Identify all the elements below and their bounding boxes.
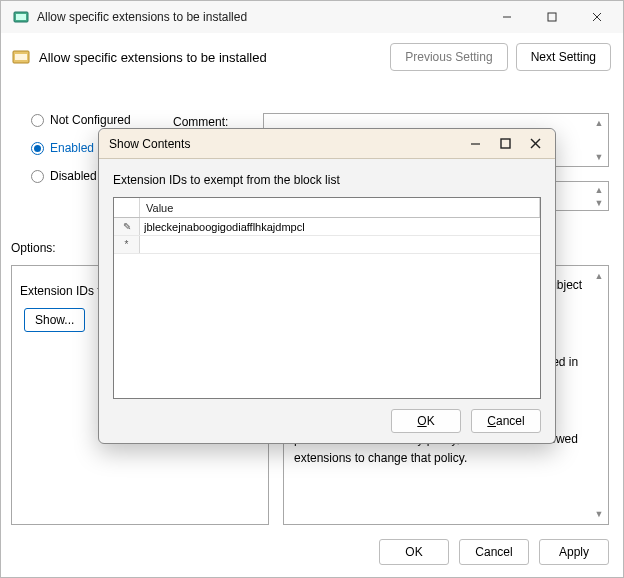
- radio-label: Disabled: [50, 169, 97, 183]
- table-row[interactable]: *: [114, 236, 540, 254]
- dialog-close-button[interactable]: [527, 136, 543, 152]
- dialog-cancel-button[interactable]: Cancel: [471, 409, 541, 433]
- dialog-titlebar: Show Contents: [99, 129, 555, 159]
- window-titlebar: Allow specific extensions to be installe…: [1, 1, 623, 33]
- svg-rect-3: [548, 13, 556, 21]
- cancel-button[interactable]: Cancel: [459, 539, 529, 565]
- close-button[interactable]: [574, 2, 619, 32]
- scroll-up-icon[interactable]: ▲: [591, 115, 607, 131]
- dialog-minimize-button[interactable]: [467, 136, 483, 152]
- dialog-body: Extension IDs to exempt from the block l…: [99, 159, 555, 443]
- grid-header: Value: [114, 198, 540, 218]
- radio-icon: [31, 142, 44, 155]
- svg-rect-7: [15, 54, 27, 60]
- radio-icon: [31, 114, 44, 127]
- comment-label: Comment:: [173, 113, 228, 129]
- table-row[interactable]: ✎: [114, 218, 540, 236]
- scroll-down-icon[interactable]: ▼: [591, 149, 607, 165]
- svg-rect-9: [501, 139, 510, 148]
- radio-icon: [31, 170, 44, 183]
- radio-not-configured[interactable]: Not Configured: [31, 113, 131, 127]
- radio-label: Enabled: [50, 141, 94, 155]
- dialog-title: Show Contents: [109, 137, 467, 151]
- value-grid: Value ✎ *: [113, 197, 541, 399]
- scroll-down-icon[interactable]: ▼: [591, 196, 607, 209]
- dialog-controls: [467, 136, 555, 152]
- value-input[interactable]: [144, 221, 536, 233]
- svg-rect-1: [16, 14, 26, 20]
- policy-icon: [11, 47, 31, 67]
- grid-header-value: Value: [140, 198, 540, 217]
- row-value-cell[interactable]: [140, 236, 540, 253]
- options-label: Options:: [11, 241, 56, 255]
- dialog-button-row: OK Cancel: [113, 399, 541, 433]
- ok-button[interactable]: OK: [379, 539, 449, 565]
- minimize-button[interactable]: [484, 2, 529, 32]
- policy-title: Allow specific extensions to be installe…: [39, 50, 382, 65]
- row-marker-edit-icon: ✎: [114, 218, 140, 235]
- scrollbar[interactable]: ▲ ▼: [591, 183, 607, 209]
- window-title: Allow specific extensions to be installe…: [37, 10, 484, 24]
- scroll-up-icon[interactable]: ▲: [591, 183, 607, 196]
- row-marker-new-icon: *: [114, 236, 140, 253]
- policy-header: Allow specific extensions to be installe…: [1, 33, 623, 79]
- window-controls: [484, 2, 619, 32]
- previous-setting-button[interactable]: Previous Setting: [390, 43, 507, 71]
- scrollbar[interactable]: ▲ ▼: [591, 268, 607, 522]
- maximize-button[interactable]: [529, 2, 574, 32]
- scroll-down-icon[interactable]: ▼: [591, 506, 607, 522]
- dialog-caption: Extension IDs to exempt from the block l…: [113, 173, 541, 187]
- row-value-cell[interactable]: [140, 218, 540, 235]
- grid-empty-area: [114, 254, 540, 398]
- grid-header-marker: [114, 198, 140, 217]
- show-button[interactable]: Show...: [24, 308, 85, 332]
- dialog-ok-button[interactable]: OK: [391, 409, 461, 433]
- scroll-up-icon[interactable]: ▲: [591, 268, 607, 284]
- app-icon: [13, 9, 29, 25]
- value-input[interactable]: [144, 239, 536, 251]
- main-button-row: OK Cancel Apply: [379, 539, 609, 565]
- show-contents-dialog: Show Contents Extension IDs to exempt fr…: [98, 128, 556, 444]
- next-setting-button[interactable]: Next Setting: [516, 43, 611, 71]
- radio-label: Not Configured: [50, 113, 131, 127]
- scrollbar[interactable]: ▲ ▼: [591, 115, 607, 165]
- dialog-maximize-button[interactable]: [497, 136, 513, 152]
- apply-button[interactable]: Apply: [539, 539, 609, 565]
